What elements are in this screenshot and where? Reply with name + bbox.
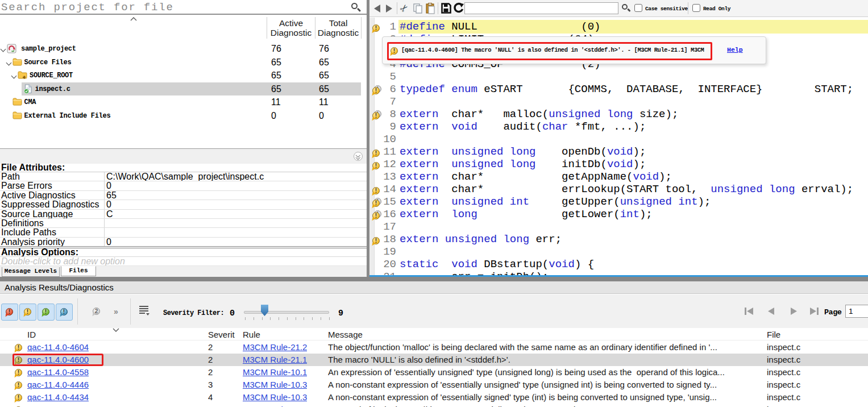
result-row-qac-11.4.0-4116[interactable]: !qac-11.4.0-41163M3CM Rule-10.1Operand o… — [0, 404, 868, 407]
copy-icon[interactable] — [413, 3, 423, 14]
code-line-19[interactable]: 19 — [369, 246, 868, 258]
tab-message-levels[interactable]: Message Levels — [2, 267, 60, 277]
code-line-1[interactable]: !1#define NULL (0) — [369, 20, 868, 33]
prev-page-icon[interactable] — [766, 307, 778, 316]
tab-files[interactable]: Files — [61, 266, 96, 276]
search-icon[interactable] — [622, 4, 631, 13]
result-row-qac-11.4.0-4600[interactable]: !qac-11.4.0-46002M3CM Rule-21.1The macro… — [0, 354, 868, 366]
attribute-row-active-diagnostics[interactable]: Active Diagnostics65 — [0, 191, 367, 200]
code-line-16[interactable]: !!16extern long getLower(int); — [369, 208, 868, 221]
column-header-rule[interactable]: Rule — [243, 330, 260, 339]
attribute-row-include-paths[interactable]: Include Paths — [0, 228, 367, 237]
code-line-14[interactable]: !14extern char* errLookup(START tool, un… — [369, 183, 868, 196]
first-page-icon[interactable] — [744, 307, 756, 316]
analysis-options-hint[interactable]: Double-click to add new option — [0, 257, 367, 266]
code-line-8[interactable]: !!8extern char* malloc(unsigned long siz… — [369, 108, 868, 121]
column-header-message[interactable]: Message — [328, 330, 758, 339]
result-row-qac-11.4.0-4446[interactable]: !qac-11.4.0-44463M3CM Rule-10.3A non-con… — [0, 379, 868, 391]
code-line-9[interactable]: 9extern void audit(char *fmt, ...); — [369, 121, 868, 133]
attribute-row-analysis-priority[interactable]: Analysis priority0 — [0, 238, 367, 247]
tree-item-source-files[interactable]: Source Files6565 — [0, 56, 367, 69]
column-header-total-diagnostic[interactable]: Total Diagnostic — [314, 18, 362, 38]
diagnostic-id-link[interactable]: qac-11.4.0-4116 — [27, 405, 88, 407]
code-line-20[interactable]: 20static void DBstartup(void) { — [369, 258, 868, 271]
rule-link[interactable]: M3CM Rule-10.1 — [243, 405, 307, 407]
next-page-icon[interactable] — [787, 307, 800, 316]
chevron-down-icon[interactable] — [112, 328, 120, 333]
search-icon[interactable] — [351, 3, 361, 13]
column-header-file[interactable]: File — [767, 330, 780, 339]
rule-link[interactable]: M3CM Rule-21.2 — [243, 342, 307, 352]
rule-link[interactable]: M3CM Rule-10.1 — [243, 367, 307, 377]
editor-find-input[interactable] — [464, 2, 618, 14]
column-header-active-diagnostic[interactable]: Active Diagnostic — [267, 18, 315, 38]
tree-item-source-root[interactable]: SOURCE_ROOT6565 — [0, 69, 367, 82]
code-line-11[interactable]: !11extern unsigned long openDb(void); — [369, 146, 868, 158]
code-line-15[interactable]: !!15extern unsigned int getUpper(unsigne… — [369, 196, 868, 208]
expander-icon[interactable] — [1, 47, 6, 51]
severity-slider-handle[interactable] — [261, 305, 268, 316]
diagnostic-id-link[interactable]: qac-11.4.0-4604 — [27, 342, 89, 352]
attribute-row-path[interactable]: PathC:\Work\QAC\sample_project\inspect.c — [0, 172, 367, 181]
collapse-panel-button[interactable] — [354, 152, 363, 161]
result-row-qac-11.4.0-4434[interactable]: !qac-11.4.0-44344M3CM Rule-10.3A non-con… — [0, 391, 868, 404]
filter-info-button[interactable]: ! — [38, 304, 55, 321]
list-menu-icon[interactable] — [139, 306, 149, 314]
tree-item-sample-project[interactable]: sample_project7676 — [0, 42, 367, 56]
panel-splitter[interactable] — [0, 148, 367, 164]
expander-icon[interactable] — [7, 60, 11, 65]
chevron-up-icon[interactable] — [130, 16, 138, 21]
tree-item-label[interactable]: sample_project — [21, 45, 76, 53]
result-row-qac-11.4.0-4604[interactable]: !qac-11.4.0-46042M3CM Rule-21.2The objec… — [0, 341, 868, 354]
diagnostic-id-link[interactable]: qac-11.4.0-4558 — [27, 367, 89, 377]
save-icon[interactable] — [441, 3, 451, 14]
column-header-id[interactable]: ID — [27, 330, 36, 339]
result-row-qac-11.4.0-4558[interactable]: !qac-11.4.0-45582M3CM Rule-10.1An expres… — [0, 366, 868, 379]
read-only-checkbox[interactable] — [692, 4, 700, 12]
last-page-icon[interactable] — [808, 307, 820, 316]
code-line-21[interactable]: 21 err = initDb(); — [369, 271, 868, 275]
code-line-13[interactable]: 13extern char* getAppName(void); — [369, 171, 868, 183]
rule-link[interactable]: M3CM Rule-21.1 — [243, 355, 307, 364]
horizontal-splitter[interactable] — [0, 277, 868, 281]
refresh-icon[interactable] — [453, 2, 464, 14]
diagnostic-id-link[interactable]: qac-11.4.0-4446 — [27, 380, 89, 389]
tooltip-help-link[interactable]: Help — [727, 46, 743, 53]
code-line-6[interactable]: !!6typedef enum eSTART {COMMS, DATABASE,… — [369, 83, 868, 95]
attribute-row-source-language[interactable]: Source LanguageC — [0, 210, 367, 219]
code-line-12[interactable]: !12extern unsigned long initDb(void); — [369, 158, 868, 171]
filter-warning-button[interactable]: ! — [19, 304, 36, 321]
filter-error-button[interactable]: ! — [1, 304, 18, 321]
filter-note-button[interactable]: ! — [56, 304, 73, 321]
toolbar-overflow-chevron[interactable]: » — [114, 307, 118, 316]
code-line-10[interactable]: 10 — [369, 133, 868, 146]
rule-link[interactable]: M3CM Rule-10.3 — [243, 392, 307, 402]
tree-item-cma[interactable]: CMA1111 — [0, 95, 367, 109]
level2-badge-icon[interactable]: 2 — [93, 308, 100, 315]
code-line-17[interactable]: 17 — [369, 221, 868, 233]
code-line-7[interactable]: 7 — [369, 95, 868, 108]
attribute-row-suppressed-diagnostics[interactable]: Suppressed Diagnostics0 — [0, 200, 367, 209]
code-line-18[interactable]: !18extern unsigned long err; — [369, 233, 868, 246]
diagnostic-id-link[interactable]: qac-11.4.0-4434 — [27, 392, 89, 402]
expander-icon[interactable] — [12, 73, 16, 78]
paste-icon[interactable] — [426, 3, 435, 14]
tree-item-external-include-files[interactable]: External Include Files00 — [0, 109, 367, 123]
tree-item-inspect-c[interactable]: inspect.c6565 — [0, 82, 367, 96]
page-number-input[interactable] — [845, 305, 868, 318]
tree-item-label[interactable]: CMA — [24, 98, 36, 106]
tree-item-label[interactable]: inspect.c — [35, 85, 70, 93]
column-header-severity[interactable]: Severit — [208, 330, 241, 339]
rule-link[interactable]: M3CM Rule-10.3 — [243, 380, 307, 389]
forward-icon[interactable] — [386, 5, 392, 13]
attribute-row-parse-errors[interactable]: Parse Errors0 — [0, 181, 367, 190]
tree-item-label[interactable]: SOURCE_ROOT — [30, 72, 73, 80]
diagnostic-id-link[interactable]: qac-11.4.0-4600 — [27, 355, 89, 364]
severity-slider-track[interactable] — [244, 311, 329, 314]
cut-icon[interactable]: ✂ — [397, 1, 412, 15]
code-line-5[interactable]: 5 — [369, 70, 868, 83]
search-input[interactable] — [1, 1, 342, 14]
attribute-row-definitions[interactable]: Definitions — [0, 219, 367, 228]
tree-item-label[interactable]: External Include Files — [24, 112, 111, 120]
tree-item-label[interactable]: Source Files — [24, 59, 72, 67]
